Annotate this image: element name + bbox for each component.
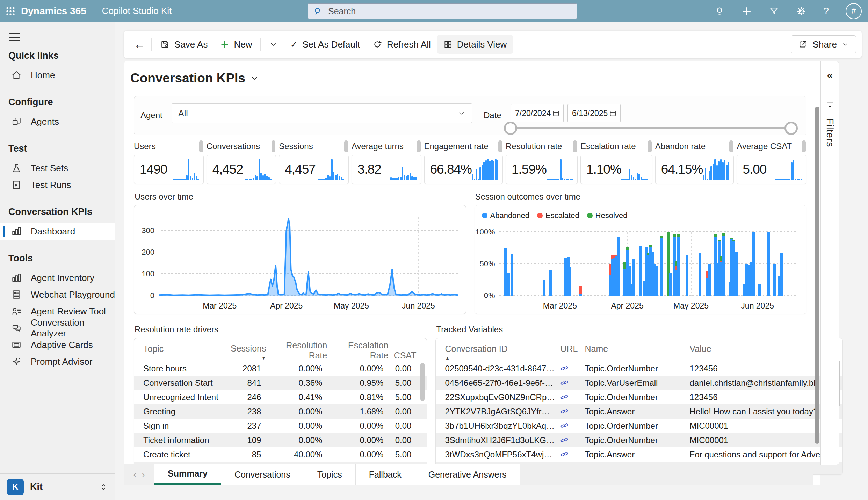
kpi-drag-handle[interactable] bbox=[417, 140, 421, 152]
table-row[interactable]: 04546e65-27f0-46e1-9e6f-244f...Topic.Var… bbox=[436, 376, 842, 390]
toolbar-overflow-chevron[interactable] bbox=[263, 35, 284, 54]
sidebar-item-test-runs[interactable]: Test Runs bbox=[0, 176, 115, 193]
new-button[interactable]: New bbox=[214, 35, 258, 54]
slider-handle-right[interactable] bbox=[784, 122, 798, 135]
table-row[interactable]: Greeting2380.00%1.68%0.00 bbox=[134, 404, 427, 419]
sidebar-item-home[interactable]: Home bbox=[0, 67, 115, 84]
table-row[interactable]: Ticket information1090.00%0.00%0.00 bbox=[134, 433, 427, 447]
kpi-card-engagement-rate[interactable]: 66.84% bbox=[424, 155, 503, 184]
sidebar-item-test-sets[interactable]: Test Sets bbox=[0, 160, 115, 176]
tab-generative-answers[interactable]: Generative Answers bbox=[415, 464, 520, 485]
column-header-url[interactable]: URL bbox=[560, 342, 585, 361]
column-header-conversation-id[interactable]: Conversation ID▲ bbox=[445, 342, 560, 361]
tabs-prev-icon[interactable]: ‹ bbox=[133, 470, 136, 480]
link-icon[interactable] bbox=[560, 422, 580, 430]
table-row[interactable]: 3SdmtihoXH2J6F1d3oLKGW-usTopic.OrderNumb… bbox=[436, 433, 842, 447]
column-header-topic[interactable]: Topic bbox=[143, 342, 224, 361]
date-from-input[interactable]: 7/20/2024 bbox=[511, 104, 564, 122]
tab-topics[interactable]: Topics bbox=[304, 464, 356, 485]
column-header-name[interactable]: Name bbox=[585, 342, 689, 361]
kpi-card-average-turns[interactable]: 3.82 bbox=[352, 155, 421, 184]
kpi-card-users[interactable]: 1490 bbox=[134, 155, 204, 184]
tab-fallback[interactable]: Fallback bbox=[356, 464, 415, 485]
table-row[interactable]: Conversation Start8410.36%0.95%5.00 bbox=[134, 376, 427, 390]
kpi-card-resolution-rate[interactable]: 1.59% bbox=[506, 155, 578, 184]
link-icon[interactable] bbox=[560, 436, 580, 444]
link-icon[interactable] bbox=[560, 379, 580, 387]
column-header-resolution-rate[interactable]: Resolution Rate bbox=[266, 342, 327, 361]
environment-switcher[interactable]: K Kit bbox=[0, 473, 115, 500]
table-row[interactable]: Unrecognized Intent2460.41%0.81%5.00 bbox=[134, 390, 427, 404]
help-icon[interactable]: ? bbox=[823, 6, 829, 17]
table-row[interactable]: Sign in2370.00%0.00%0.00 bbox=[134, 419, 427, 433]
column-header-escalation-rate[interactable]: Escalation Rate bbox=[327, 342, 388, 361]
settings-gear-icon[interactable] bbox=[796, 6, 806, 16]
slider-handle-left[interactable] bbox=[504, 122, 517, 135]
expand-filters-icon[interactable]: « bbox=[827, 69, 833, 81]
filter-funnel-icon[interactable] bbox=[769, 6, 779, 16]
sidebar-item-webchat-playground[interactable]: Webchat Playground bbox=[0, 286, 115, 303]
table-row[interactable]: 3b7b1UH6lxr3bqzYL0bkAq-usTopic.OrderNumb… bbox=[436, 419, 842, 433]
tabs-next-icon[interactable]: › bbox=[142, 470, 145, 480]
app-name[interactable]: Copilot Studio Kit bbox=[102, 6, 172, 16]
lightbulb-icon[interactable] bbox=[714, 6, 725, 16]
link-icon[interactable] bbox=[560, 393, 580, 401]
environment-switch-icon[interactable] bbox=[99, 483, 108, 492]
table-scrollbar[interactable] bbox=[420, 363, 425, 401]
column-header-value[interactable]: Value bbox=[689, 342, 832, 361]
user-avatar[interactable]: # bbox=[846, 3, 862, 19]
sidebar-item-dashboard[interactable]: Dashboard bbox=[0, 223, 115, 240]
global-search[interactable] bbox=[308, 3, 577, 19]
table-row[interactable]: 22SXupxbqEvG0NZ9nCRpuz-usTopic.OrderNumb… bbox=[436, 390, 842, 404]
add-plus-icon[interactable] bbox=[742, 6, 752, 16]
kpi-drag-handle[interactable] bbox=[498, 140, 502, 152]
set-as-default-button[interactable]: ✓ Set As Default bbox=[284, 35, 366, 54]
back-button[interactable]: ← bbox=[130, 35, 149, 54]
sidebar-item-adaptive-cards[interactable]: Adaptive Cards bbox=[0, 336, 115, 353]
kpi-drag-handle[interactable] bbox=[344, 140, 348, 152]
app-launcher-waffle-icon[interactable] bbox=[0, 0, 21, 22]
link-icon[interactable] bbox=[560, 450, 580, 459]
spark-bar bbox=[255, 175, 256, 180]
search-input[interactable] bbox=[327, 6, 571, 17]
link-icon[interactable] bbox=[560, 364, 580, 373]
share-button[interactable]: Share bbox=[791, 35, 856, 53]
table-row[interactable]: 02509540-d23c-431d-8647-5ec...Topic.Orde… bbox=[436, 361, 842, 376]
kpi-drag-handle[interactable] bbox=[272, 140, 275, 152]
content-scrollbar[interactable] bbox=[815, 107, 819, 444]
filters-pane-collapsed[interactable]: « Filters bbox=[820, 61, 839, 465]
hamburger-menu-icon[interactable] bbox=[9, 33, 20, 41]
kpi-drag-handle[interactable] bbox=[573, 140, 577, 152]
kpi-card-escalation-rate[interactable]: 1.10% bbox=[580, 155, 652, 184]
table-row[interactable]: Store hours20810.00%0.00%0.00 bbox=[134, 361, 427, 376]
kpi-drag-handle[interactable] bbox=[648, 140, 652, 152]
kpi-drag-handle[interactable] bbox=[729, 140, 733, 152]
brand-title[interactable]: Dynamics 365 bbox=[21, 6, 86, 17]
column-header-csat[interactable]: CSAT bbox=[388, 342, 416, 361]
kpi-drag-handle[interactable] bbox=[199, 140, 203, 152]
table-row[interactable]: 2YTK2V7BJgAGtSQ6JYfrw0-usTopic.AnswerHel… bbox=[436, 404, 842, 419]
table-row[interactable]: 3tWDxs3nQoMFP56xT4wjn3-usTopic.AnswerFor… bbox=[436, 447, 842, 462]
date-range-slider[interactable] bbox=[511, 127, 791, 129]
link-icon[interactable] bbox=[560, 407, 580, 416]
sidebar-item-agent-inventory[interactable]: Agent Inventory bbox=[0, 269, 115, 286]
details-view-button[interactable]: Details View bbox=[437, 35, 513, 54]
tab-summary[interactable]: Summary bbox=[154, 464, 221, 485]
kpi-card-abandon-rate[interactable]: 64.15% bbox=[655, 155, 734, 184]
kpi-card-average-csat[interactable]: 5.00 bbox=[737, 155, 806, 184]
sidebar-item-conversation-analyzer[interactable]: Conversation Analyzer bbox=[0, 320, 115, 336]
kpi-card-sessions[interactable]: 4,457 bbox=[279, 155, 349, 184]
refresh-all-button[interactable]: Refresh All bbox=[366, 35, 437, 54]
kpi-card-conversations[interactable]: 4,452 bbox=[207, 155, 276, 184]
sidebar-item-agents[interactable]: Agents bbox=[0, 113, 115, 130]
tab-conversations[interactable]: Conversations bbox=[221, 464, 304, 485]
date-to-input[interactable]: 6/13/2025 bbox=[567, 104, 621, 122]
table-row[interactable]: Create ticket8540.00%0.00%5.00 bbox=[134, 447, 427, 462]
agent-dropdown[interactable]: All bbox=[172, 103, 472, 123]
title-chevron-down-icon[interactable] bbox=[250, 74, 259, 82]
column-header-sessions[interactable]: Sessions▼ bbox=[224, 342, 266, 361]
save-as-button[interactable]: Save As bbox=[154, 35, 214, 54]
kpi-drag-handle[interactable] bbox=[802, 140, 806, 152]
sidebar-item-prompt-advisor[interactable]: Prompt Advisor bbox=[0, 353, 115, 370]
users-over-time-block: Users over time 0100200300Mar 2025Apr 20… bbox=[134, 192, 466, 314]
